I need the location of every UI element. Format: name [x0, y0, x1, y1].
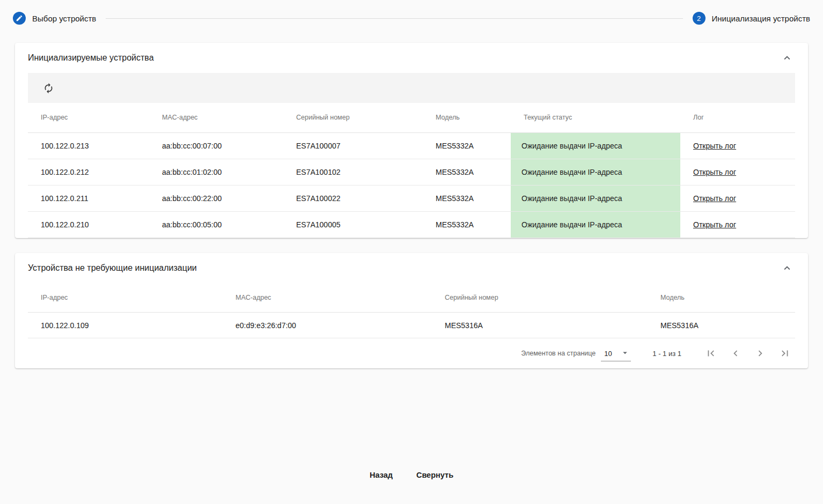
column-header-mac: MAC-адрес — [149, 103, 283, 132]
device-row: 100.122.0.109 e0:d9:e3:26:d7:00 MES5316A… — [28, 313, 795, 338]
cell-status: Ожидание выдачи IP-адреса — [511, 211, 680, 238]
table-toolbar — [28, 73, 795, 103]
cell-ip: 100.122.0.213 — [28, 132, 149, 159]
cell-serial: ES7A100005 — [283, 211, 423, 238]
cell-model: MES5332A — [423, 159, 511, 185]
cell-log: Открыть лог — [680, 132, 795, 159]
step-device-selection[interactable]: Выбор устройств — [13, 12, 96, 25]
cell-ip: 100.122.0.211 — [28, 185, 149, 211]
collapse-wizard-button[interactable]: Свернуть — [409, 465, 461, 485]
last-page-icon — [779, 353, 791, 361]
open-log-link[interactable]: Открыть лог — [693, 194, 736, 203]
stepper: Выбор устройств 2 Инициализация устройст… — [0, 0, 823, 30]
no-init-devices-card: Устройства не требующие инициализации IP… — [15, 253, 808, 369]
column-header-log: Лог — [680, 103, 795, 132]
pagination: Элементов на странице 10 1 - 1 из 1 — [28, 338, 795, 368]
status-badge: Ожидание выдачи IP-адреса — [511, 133, 680, 159]
status-badge: Ожидание выдачи IP-адреса — [511, 212, 680, 238]
device-row: 100.122.0.211 aa:bb:cc:00:22:00 ES7A1000… — [28, 185, 795, 211]
cell-model: MES5332A — [423, 211, 511, 238]
init-devices-card-header: Инициализируемые устройства — [28, 43, 795, 73]
step-number-badge: 2 — [693, 12, 706, 25]
device-row: 100.122.0.213 aa:bb:cc:00:07:00 ES7A1000… — [28, 132, 795, 159]
device-row: 100.122.0.212 aa:bb:cc:01:02:00 ES7A1001… — [28, 159, 795, 185]
column-header-serial: Серийный номер — [432, 283, 648, 313]
first-page-button[interactable] — [701, 343, 721, 364]
collapse-card-button[interactable] — [779, 50, 795, 66]
pagination-range-label: 1 - 1 из 1 — [652, 350, 681, 358]
no-init-devices-table: IP-адрес MAC-адрес Серийный номер Модель… — [28, 283, 795, 339]
cell-serial: ES7A100102 — [283, 159, 423, 185]
back-button[interactable]: Назад — [362, 465, 400, 485]
chevron-left-icon — [730, 353, 741, 361]
column-header-model: Модель — [648, 283, 795, 313]
cell-serial: MES5316A — [432, 313, 648, 338]
chevron-right-icon — [754, 353, 766, 361]
status-badge: Ожидание выдачи IP-адреса — [511, 159, 680, 185]
cell-ip: 100.122.0.210 — [28, 211, 149, 238]
card-title: Устройства не требующие инициализации — [28, 263, 197, 273]
status-badge: Ожидание выдачи IP-адреса — [511, 186, 680, 211]
items-per-page-label: Элементов на странице — [521, 350, 596, 357]
cell-model: MES5332A — [423, 132, 511, 159]
chevron-up-icon — [781, 268, 793, 276]
step-label: Инициализация устройств — [712, 14, 810, 23]
cell-model: MES5332A — [423, 185, 511, 211]
step-device-initialization[interactable]: 2 Инициализация устройств — [693, 12, 810, 25]
cell-mac: aa:bb:cc:01:02:00 — [149, 159, 283, 185]
cell-mac: aa:bb:cc:00:22:00 — [149, 185, 283, 211]
cell-status: Ожидание выдачи IP-адреса — [511, 185, 680, 211]
collapse-card-button[interactable] — [779, 260, 795, 276]
init-devices-card: Инициализируемые устройства IP-адр — [15, 43, 808, 238]
cell-mac: aa:bb:cc:00:07:00 — [149, 132, 283, 159]
previous-page-button[interactable] — [725, 343, 746, 364]
cell-serial: ES7A100022 — [283, 185, 423, 211]
cell-log: Открыть лог — [680, 185, 795, 211]
table-header-row: IP-адрес MAC-адрес Серийный номер Модель — [28, 283, 795, 313]
refresh-icon — [43, 87, 54, 95]
cell-log: Открыть лог — [680, 159, 795, 185]
refresh-button[interactable] — [41, 80, 56, 96]
cell-status: Ожидание выдачи IP-адреса — [511, 159, 680, 185]
cell-serial: ES7A100007 — [283, 132, 423, 159]
edit-icon — [13, 12, 26, 25]
column-header-mac: MAC-адрес — [223, 283, 432, 313]
column-header-ip: IP-адрес — [28, 103, 149, 132]
last-page-button[interactable] — [775, 343, 795, 364]
cell-ip: 100.122.0.212 — [28, 159, 149, 185]
chevron-up-icon — [781, 57, 793, 65]
first-page-icon — [705, 353, 717, 361]
step-label: Выбор устройств — [32, 14, 96, 23]
open-log-link[interactable]: Открыть лог — [693, 168, 736, 176]
card-title: Инициализируемые устройства — [28, 53, 154, 63]
open-log-link[interactable]: Открыть лог — [693, 142, 736, 150]
page: Выбор устройств 2 Инициализация устройст… — [0, 0, 823, 504]
no-init-devices-card-header: Устройства не требующие инициализации — [28, 253, 795, 283]
column-header-status: Текущий статус — [511, 103, 680, 132]
cell-log: Открыть лог — [680, 211, 795, 238]
device-row: 100.122.0.210 aa:bb:cc:00:05:00 ES7A1000… — [28, 211, 795, 238]
column-header-model: Модель — [423, 103, 511, 132]
cell-ip: 100.122.0.109 — [28, 313, 223, 338]
init-devices-table: IP-адрес MAC-адрес Серийный номер Модель… — [28, 103, 795, 238]
stepper-connector-line — [106, 18, 682, 19]
cell-model: MES5316A — [648, 313, 795, 338]
items-per-page-value: 10 — [604, 350, 612, 358]
table-header-row: IP-адрес MAC-адрес Серийный номер Модель… — [28, 103, 795, 132]
cell-mac: aa:bb:cc:00:05:00 — [149, 211, 283, 238]
next-page-button[interactable] — [750, 343, 770, 364]
footer-actions: Назад Свернуть — [0, 465, 823, 485]
cell-mac: e0:d9:e3:26:d7:00 — [223, 313, 432, 338]
open-log-link[interactable]: Открыть лог — [693, 220, 736, 229]
cell-status: Ожидание выдачи IP-адреса — [511, 132, 680, 159]
column-header-serial: Серийный номер — [283, 103, 423, 132]
items-per-page-select[interactable]: 10 — [601, 346, 631, 361]
chevron-down-icon — [620, 348, 630, 359]
column-header-ip: IP-адрес — [28, 283, 223, 313]
